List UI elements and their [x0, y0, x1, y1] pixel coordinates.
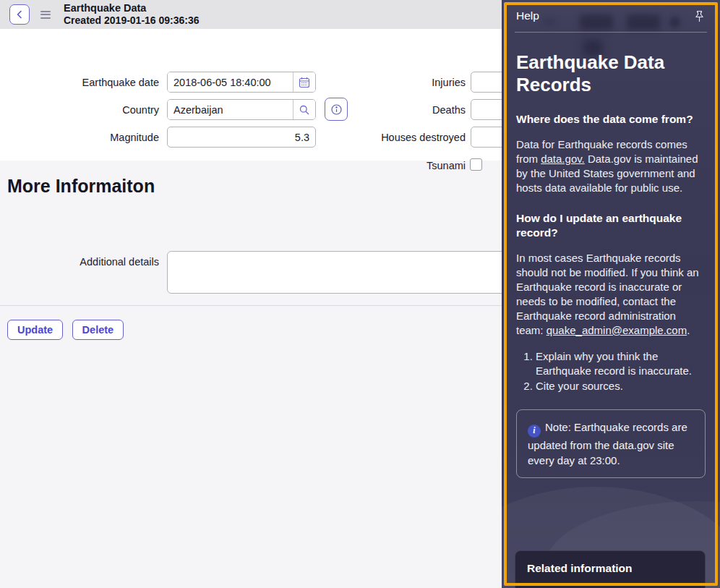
help-steps-list: Explain why you think the Earthquake rec… [536, 349, 706, 393]
info-icon: i [528, 425, 541, 438]
context-menu-icon[interactable] [40, 9, 51, 20]
deaths-label: Deaths [325, 104, 466, 116]
back-button[interactable] [9, 4, 30, 25]
related-information-title: Related information [527, 562, 693, 575]
note-callout: iNote: Earthquake records are updated fr… [516, 409, 706, 478]
help-paragraph-2: In most cases Earthquake records should … [516, 251, 706, 338]
country-input[interactable] [168, 100, 293, 119]
additional-details-label: Additional details [0, 256, 159, 268]
help-heading: Earthquake Data Records [516, 51, 706, 96]
country-lookup-button[interactable] [293, 100, 315, 119]
country-field-group [167, 99, 316, 120]
chevron-left-icon [15, 10, 24, 19]
note-text: Note: Earthquake records are updated fro… [528, 421, 687, 466]
search-icon [299, 104, 310, 116]
magnitude-label: Magnitude [0, 132, 159, 143]
tsunami-checkbox[interactable] [470, 158, 482, 171]
help-question-2: How do I update an earthquake record? [516, 211, 706, 240]
related-information-card[interactable]: Related information [515, 550, 706, 588]
help-panel-header: Help [515, 0, 707, 33]
paragraph-text: . [687, 324, 690, 336]
delete-button[interactable]: Delete [72, 320, 124, 340]
help-panel-title: Help [516, 9, 539, 22]
pin-button[interactable] [693, 9, 706, 24]
calendar-icon [299, 77, 310, 88]
admin-email-link[interactable]: quake_admin@example.com [547, 324, 687, 336]
list-item: Explain why you think the Earthquake rec… [536, 349, 706, 378]
page-title: Earthquake Data [64, 1, 200, 14]
pushpin-icon [695, 10, 704, 22]
help-panel: Help Earthquake Data Records Where does … [502, 0, 720, 588]
help-panel-content: Help Earthquake Data Records Where does … [502, 0, 720, 588]
page-subtitle: Created 2019-01-16 09:36:36 [64, 14, 200, 27]
data-gov-link[interactable]: data.gov. [541, 153, 585, 165]
earthquake-date-input[interactable] [168, 72, 293, 92]
magnitude-input[interactable] [167, 127, 316, 148]
help-paragraph-1: Data for Earthquake records comes from d… [516, 137, 706, 195]
list-item: Cite your sources. [536, 379, 706, 393]
country-label: Country [0, 104, 159, 116]
update-button[interactable]: Update [7, 320, 63, 340]
calendar-button[interactable] [293, 72, 315, 92]
earthquake-date-field-group [167, 72, 316, 93]
injuries-label: Injuries [325, 77, 466, 88]
help-question-1: Where does the data come from? [516, 112, 706, 127]
tsunami-label: Tsunami [325, 160, 466, 171]
earthquake-date-label: Earthquake date [0, 77, 159, 88]
houses-destroyed-label: Houses destroyed [325, 132, 466, 143]
record-title-block: Earthquake Data Created 2019-01-16 09:36… [64, 1, 200, 27]
